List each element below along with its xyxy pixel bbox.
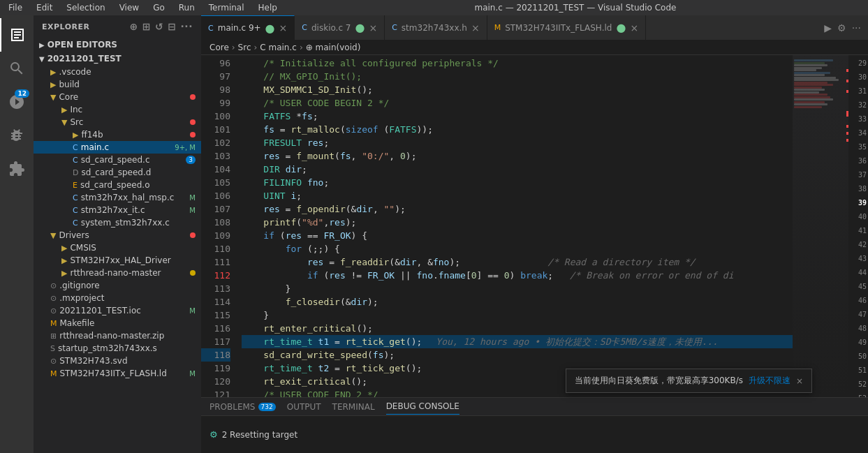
tree-stm32-msp[interactable]: C stm32h7xx_hal_msp.c M	[34, 191, 201, 204]
tab-flash-close[interactable]: ×	[630, 22, 638, 34]
minimap[interactable]	[793, 55, 848, 397]
tree-drivers[interactable]: ▼ Drivers	[34, 229, 201, 242]
refresh-icon[interactable]: ↺	[155, 21, 163, 32]
activity-explorer[interactable]	[0, 18, 34, 52]
hal-label: STM32H7xx_HAL_Driver	[70, 255, 170, 265]
breadcrumb: Core › Src › C main.c › ⊕ main(void)	[201, 40, 868, 55]
breadcrumb-src[interactable]: Src	[238, 43, 251, 52]
rtthread-zip-label: rtthread-nano-master.zip	[59, 331, 164, 341]
terminal-label: TERMINAL	[332, 402, 375, 412]
code-content[interactable]: /* Initialize all configured peripherals…	[236, 55, 793, 397]
core-label: Core	[59, 92, 78, 102]
panel-tab-problems[interactable]: PROBLEMS 732	[209, 399, 276, 415]
tree-cmsis[interactable]: ▶ CMSIS	[34, 242, 201, 254]
menu-help[interactable]: Help	[256, 1, 280, 14]
minimap-content	[793, 55, 848, 397]
drivers-dot	[190, 232, 196, 238]
tree-build[interactable]: ▶ build	[34, 78, 201, 91]
tab-diskio-icon: C	[302, 23, 307, 32]
tree-rtthread-zip[interactable]: ⊞ rtthread-nano-master.zip	[34, 329, 201, 342]
menu-selection[interactable]: Selection	[64, 1, 108, 14]
open-editors-section[interactable]: ▶ OPEN EDITORS	[34, 38, 201, 52]
mxproject-label: .mxproject	[59, 293, 104, 303]
collapse-icon[interactable]: ⊟	[168, 21, 176, 32]
sd-speed-d-label: sd_card_speed.d	[81, 168, 151, 177]
tab-diskio-close[interactable]: ×	[369, 22, 377, 34]
panel-tab-terminal[interactable]: TERMINAL	[332, 399, 375, 415]
tab-main-c-icon: C	[208, 24, 214, 33]
menu-run[interactable]: Run	[176, 1, 198, 14]
debug-console-label: DEBUG CONSOLE	[386, 401, 459, 411]
stm32-msp-modified: M	[189, 194, 196, 202]
tree-ioc[interactable]: ⊙ 20211201_TEST.ioc M	[34, 304, 201, 317]
tab-diskio-c[interactable]: C diskio.c 7 ● ×	[295, 15, 385, 40]
activity-git[interactable]: 12	[0, 85, 34, 119]
window-title: main.c — 20211201_TEST — Visual Studio C…	[288, 3, 862, 13]
project-section[interactable]: ▼ 20211201_TEST	[34, 52, 201, 66]
sd-speed-o-label: sd_card_speed.o	[80, 180, 150, 190]
tree-main-c[interactable]: C main.c 9+, M	[34, 141, 201, 154]
explorer-title: EXPLORER	[42, 22, 89, 31]
notification-upgrade[interactable]: 升级不限速	[749, 375, 790, 387]
status-icon: ⚙	[209, 429, 218, 440]
breadcrumb-symbol[interactable]: ⊕ main(void)	[306, 43, 361, 52]
notification-close[interactable]: ×	[796, 376, 803, 386]
breadcrumb-file[interactable]: C main.c	[260, 43, 297, 52]
run-icon[interactable]: ▶	[823, 21, 833, 35]
panel-tab-debug-console[interactable]: DEBUG CONSOLE	[386, 399, 459, 415]
menu-go[interactable]: Go	[150, 1, 168, 14]
tree-svd[interactable]: ⊙ STM32H743.svd	[34, 355, 201, 367]
tree-inc[interactable]: ▶ Inc	[34, 103, 201, 116]
tree-startup[interactable]: S startup_stm32h743xx.s	[34, 342, 201, 355]
tree-vscode[interactable]: ▶ .vscode	[34, 66, 201, 78]
tree-system-stm32[interactable]: C system_stm32h7xx.c	[34, 216, 201, 229]
tab-main-c-close[interactable]: ×	[279, 22, 288, 34]
tree-hal-driver[interactable]: ▶ STM32H7xx_HAL_Driver	[34, 254, 201, 267]
rtthread-label: rtthread-nano-master	[70, 268, 161, 278]
tree-sd-card-speed-c[interactable]: C sd_card_speed.c 3	[34, 154, 201, 166]
more-tabs-icon[interactable]: ···	[851, 21, 862, 35]
tree-sd-card-speed-d[interactable]: D sd_card_speed.d	[34, 166, 201, 179]
tree-gitignore[interactable]: ⊙ .gitignore	[34, 279, 201, 292]
tree-makefile[interactable]: M Makefile	[34, 317, 201, 329]
rtthread-dot	[190, 270, 196, 276]
tree-ld[interactable]: M STM32H743IITx_FLASH.ld M	[34, 367, 201, 380]
sd-speed-badge: 3	[186, 156, 196, 164]
debug-icon[interactable]: ⚙	[836, 21, 848, 35]
project-label: 20211201_TEST	[47, 54, 122, 64]
tree-sd-card-speed-o[interactable]: E sd_card_speed.o	[34, 179, 201, 191]
sep1: ›	[232, 43, 235, 52]
tree-rtthread[interactable]: ▶ rtthread-nano-master	[34, 267, 201, 279]
gitignore-label: .gitignore	[59, 281, 99, 290]
new-folder-icon[interactable]: ⊞	[142, 21, 151, 32]
vscode-folder-label: .vscode	[59, 67, 91, 77]
activity-debug[interactable]	[0, 119, 34, 152]
panel-tab-output[interactable]: OUTPUT	[287, 399, 321, 415]
tree-mxproject[interactable]: ⊙ .mxproject	[34, 292, 201, 304]
tree-ff14b[interactable]: ▶ ff14b	[34, 128, 201, 141]
activity-search[interactable]	[0, 52, 34, 85]
tab-main-c[interactable]: C main.c 9+ ● ×	[201, 15, 295, 40]
system-stm32-label: system_stm32h7xx.c	[81, 218, 170, 228]
tree-src[interactable]: ▼ Src	[34, 116, 201, 128]
panel-content: ⚙ 2 Resetting target	[201, 416, 868, 453]
tab-diskio-label: diskio.c 7	[311, 23, 351, 33]
tab-toolbar: ▶ ⚙ ···	[823, 15, 868, 40]
drivers-label: Drivers	[59, 230, 89, 240]
tab-stm32-close[interactable]: ×	[471, 22, 480, 34]
tab-stm32h743-h[interactable]: C stm32h743xx.h ×	[385, 15, 487, 40]
tree-core[interactable]: ▼ Core	[34, 91, 201, 103]
new-file-icon[interactable]: ⊕	[130, 21, 138, 32]
activity-extensions[interactable]	[0, 152, 34, 186]
menu-file[interactable]: File	[6, 1, 25, 14]
sidebar-header: EXPLORER ⊕ ⊞ ↺ ⊟ ···	[34, 15, 201, 38]
tree-stm32-it[interactable]: C stm32h7xx_it.c M	[34, 204, 201, 216]
problems-label: PROBLEMS	[209, 402, 256, 412]
menu-view[interactable]: View	[117, 1, 142, 14]
menu-edit[interactable]: Edit	[34, 1, 55, 14]
tab-flash-ld[interactable]: M STM32H743IITx_FLASH.ld ● ×	[487, 15, 646, 40]
breadcrumb-core[interactable]: Core	[209, 43, 229, 52]
ld-modified: M	[189, 370, 196, 378]
more-icon[interactable]: ···	[181, 21, 193, 32]
menu-terminal[interactable]: Terminal	[206, 1, 247, 14]
